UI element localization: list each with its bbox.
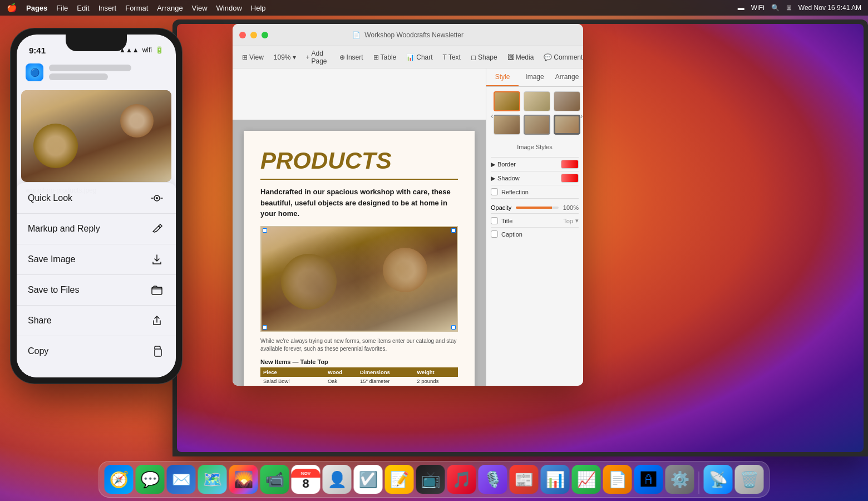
media-button[interactable]: 🖼 Media	[504, 52, 538, 63]
dock-numbers[interactable]: 📈	[572, 465, 601, 494]
search-icon[interactable]: 🔍	[771, 4, 780, 12]
style-thumb-1[interactable]	[494, 91, 520, 111]
dock-calendar[interactable]: NOV 8	[292, 465, 320, 494]
style-thumb-6[interactable]	[554, 115, 580, 135]
border-expand-icon: ▶	[491, 161, 495, 168]
battery-status-icon: 🔋	[155, 46, 164, 54]
add-page-icon: +	[306, 53, 310, 61]
dock-keynote[interactable]: 📊	[541, 465, 570, 494]
document-image[interactable]	[260, 226, 458, 332]
document-canvas: PRODUCTS Handcrafted in our spacious wor…	[233, 120, 486, 386]
style-thumb-2[interactable]	[524, 91, 550, 111]
text-button[interactable]: T Text	[439, 52, 465, 63]
macbook-frame: 📄 Workshop Woodcrafts Newsletter ⊞ View …	[172, 19, 868, 456]
opacity-bar-container	[516, 207, 559, 209]
dock-appstore[interactable]: 🅰	[634, 465, 663, 494]
window-titlebar: 📄 Workshop Woodcrafts Newsletter	[233, 24, 583, 46]
share-item-share[interactable]: Share	[17, 306, 176, 336]
shape-button[interactable]: ◻ Shape	[467, 52, 501, 63]
title-checkbox[interactable]	[491, 217, 498, 224]
dock-podcasts[interactable]: 🎙️	[479, 465, 507, 494]
dock-news[interactable]: 📰	[510, 465, 539, 494]
share-item-markup[interactable]: Markup and Reply	[17, 214, 176, 244]
dock-safari[interactable]: 🧭	[105, 465, 134, 494]
save-image-label: Save Image	[28, 254, 75, 264]
document-small-text: While we're always trying out new forms,…	[260, 337, 458, 353]
dock-facetime[interactable]: 📹	[260, 465, 289, 494]
share-item-save-image[interactable]: Save Image	[17, 244, 176, 275]
dock-maps[interactable]: 🗺️	[198, 465, 227, 494]
caption-checkbox[interactable]	[491, 230, 498, 238]
add-page-button[interactable]: + Add Page	[302, 48, 331, 67]
title-position: Top ▾	[563, 217, 579, 224]
dock-trash[interactable]: 🗑️	[735, 465, 764, 494]
text-label: Text	[448, 53, 461, 61]
share-icon	[149, 313, 165, 328]
iphone-status-icons: ▲▲▲ wifi 🔋	[119, 46, 164, 54]
menubar-app-name[interactable]: Pages	[26, 4, 47, 12]
insert-label: Insert	[347, 53, 363, 61]
table-header-weight: Weight	[414, 367, 458, 377]
apple-menu[interactable]: 🍎	[7, 3, 17, 13]
dock-notes[interactable]: 📝	[385, 465, 414, 494]
dock-mail[interactable]: ✉️	[167, 465, 196, 494]
dock-appletv[interactable]: 📺	[416, 465, 445, 494]
view-button[interactable]: ⊞ View	[238, 52, 268, 63]
share-label: Share	[28, 316, 52, 326]
table-button[interactable]: ⊞ Table	[369, 52, 401, 63]
control-center-icon[interactable]: ⊞	[786, 4, 792, 12]
table-cell: 15" diameter	[357, 377, 414, 386]
menubar-arrange[interactable]: Arrange	[157, 4, 183, 12]
style-thumb-3[interactable]	[554, 91, 580, 111]
zoom-value: 109%	[274, 53, 291, 61]
image-styles-label: Image Styles	[491, 144, 579, 150]
selection-handle-tl	[263, 228, 267, 233]
close-button[interactable]	[239, 32, 246, 38]
dock-music[interactable]: 🎵	[447, 465, 476, 494]
insert-icon: ⊕	[339, 53, 345, 61]
comment-button[interactable]: 💬 Comment	[540, 52, 583, 63]
share-item-save-files[interactable]: Save to Files	[17, 275, 176, 306]
document-body[interactable]: Handcrafted in our spacious workshop wit…	[260, 186, 458, 219]
share-item-copy[interactable]: Copy	[17, 336, 176, 366]
menubar-view[interactable]: View	[192, 4, 208, 12]
maximize-button[interactable]	[262, 32, 268, 38]
style-thumb-4[interactable]	[494, 115, 520, 135]
tab-style[interactable]: Style	[486, 68, 519, 86]
menubar-window[interactable]: Window	[216, 4, 242, 12]
reflection-checkbox[interactable]	[491, 188, 498, 195]
minimize-button[interactable]	[250, 32, 257, 38]
svg-rect-4	[152, 287, 162, 294]
panel-style-section: ‹ › Image Styles	[486, 87, 583, 243]
border-color-swatch[interactable]	[561, 160, 579, 169]
caption-label: Caption	[501, 231, 522, 238]
chart-button[interactable]: 📊 Chart	[402, 52, 436, 63]
dock-airdrop[interactable]: 📡	[704, 465, 733, 494]
menubar-format[interactable]: Format	[125, 4, 148, 12]
tab-arrange[interactable]: Arrange	[551, 68, 583, 86]
shadow-color-swatch[interactable]	[561, 174, 579, 183]
iphone-photo[interactable]	[21, 90, 171, 182]
border-section[interactable]: ▶ Border	[491, 157, 579, 171]
style-next-icon[interactable]: ›	[580, 111, 583, 120]
copy-label: Copy	[28, 346, 48, 356]
dock-photos[interactable]: 🌄	[229, 465, 258, 494]
style-thumb-5[interactable]	[524, 115, 550, 135]
dock-messages[interactable]: 💬	[136, 465, 165, 494]
insert-button[interactable]: ⊕ Insert	[336, 52, 367, 63]
share-item-quick-look[interactable]: Quick Look	[17, 183, 176, 214]
markup-label: Markup and Reply	[28, 224, 100, 234]
menubar-insert[interactable]: Insert	[98, 4, 117, 12]
zoom-control[interactable]: 109% ▾	[270, 52, 300, 63]
menubar-edit[interactable]: Edit	[77, 4, 89, 12]
dock-pages[interactable]: 📄	[603, 465, 632, 494]
dock-reminders[interactable]: ☑️	[354, 465, 383, 494]
dock-contacts[interactable]: 👤	[323, 465, 352, 494]
quick-look-icon	[149, 190, 165, 206]
dock-system-preferences[interactable]: ⚙️	[665, 465, 694, 494]
menubar-file[interactable]: File	[56, 4, 68, 12]
menubar-help[interactable]: Help	[251, 4, 266, 12]
reflection-label: Reflection	[501, 189, 529, 195]
tab-image[interactable]: Image	[519, 68, 551, 86]
shadow-section[interactable]: ▶ Shadow	[491, 171, 579, 185]
